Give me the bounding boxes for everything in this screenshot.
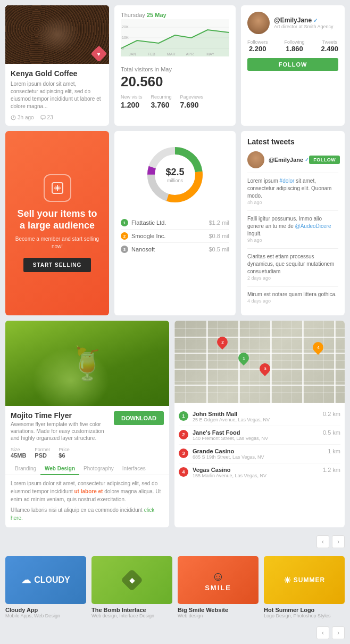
tweet-verified-icon: ✓ bbox=[305, 157, 309, 162]
donut-card: $2.5 millions 1 Flattastic Ltd. $1.2 mil bbox=[114, 131, 236, 315]
svg-line-2 bbox=[13, 118, 14, 118]
dot-3: 3 bbox=[121, 246, 128, 253]
portfolio-item-smile: ☺ SMILE Big Smile Website Web design bbox=[178, 556, 259, 618]
flyer-image: 🍹 bbox=[5, 321, 169, 406]
chart-date-label: Thursday bbox=[121, 12, 145, 18]
sell-icon bbox=[44, 174, 71, 202]
start-selling-button[interactable]: START SELLING bbox=[23, 258, 91, 272]
thumb-smile: ☺ SMILE bbox=[178, 556, 259, 604]
thumb-cloudy: ☁ CLOUDY bbox=[5, 556, 86, 604]
flyer-card: 🍹 Mojito Time Flyer Awesome flyer templa… bbox=[5, 321, 169, 527]
coffee-title: Kenya Gold Coffee bbox=[11, 69, 104, 78]
thumb-bomb: ◆ bbox=[91, 556, 172, 604]
line-chart: 20K 10K 0 JAN FEB MAR APR MAY bbox=[121, 19, 229, 56]
svg-text:APR: APR bbox=[186, 52, 194, 56]
tweet-1: Lorem ipsum #dolor sit amet, consectetur… bbox=[247, 177, 338, 205]
tweet-2: Falli igitur possumus. Immo alio genere … bbox=[247, 215, 338, 243]
flyer-price: Price $6 bbox=[59, 447, 70, 459]
portfolio-cat-summer: Logo Design, Photoshop Styles bbox=[264, 613, 345, 618]
list-item: 3 Grande Casino 685 S 19th Street, Las V… bbox=[179, 445, 340, 463]
list-item: 2 Jane's Fast Food 140 Fremont Street, L… bbox=[179, 426, 340, 445]
flyer-description: Awesome flyer template with five color v… bbox=[11, 421, 114, 442]
svg-text:10K: 10K bbox=[122, 36, 129, 39]
portfolio-title-smile: Big Smile Website bbox=[178, 607, 259, 613]
dot-1: 1 bbox=[121, 219, 128, 226]
cloud-icon: ☁ bbox=[21, 574, 31, 586]
sell-subtext: Become a member and start selling now! bbox=[13, 235, 101, 250]
sun-icon: ☀ bbox=[284, 575, 291, 585]
followers-stat: Followers 2.200 bbox=[247, 39, 268, 53]
diamond-icon: ◆ bbox=[121, 569, 143, 591]
svg-text:MAR: MAR bbox=[167, 52, 176, 56]
portfolio-title-bomb: The Bomb Interface bbox=[91, 607, 172, 613]
tab-branding[interactable]: Branding bbox=[11, 463, 40, 475]
tweet-avatar bbox=[247, 151, 264, 168]
thumb-summer: ☀ SUMMER bbox=[264, 556, 345, 604]
location-num-2: 2 bbox=[179, 430, 188, 439]
follow-button[interactable]: FOLLOW bbox=[247, 58, 338, 71]
coffee-image bbox=[5, 5, 109, 64]
donut-chart: $2.5 millions bbox=[143, 143, 207, 207]
flyer-title: Mojito Time Flyer bbox=[11, 411, 114, 420]
next-arrow-2[interactable]: › bbox=[332, 626, 345, 639]
hashtag: #dolor bbox=[280, 178, 295, 184]
total-visitors-value: 20.560 bbox=[121, 74, 229, 90]
location-num-1: 1 bbox=[179, 411, 188, 421]
profile-stats: Followers 2.200 Following 1.860 Tweets 2… bbox=[247, 39, 338, 53]
tweet-time-2: 9h ago bbox=[247, 238, 338, 243]
donut-amount: $2.5 bbox=[165, 167, 184, 178]
svg-text:MAY: MAY bbox=[206, 52, 214, 56]
portfolio-item-summer: ☀ SUMMER Hot Summer Logo Logo Design, Ph… bbox=[264, 556, 345, 618]
tab-interfaces[interactable]: Interfaces bbox=[118, 463, 150, 475]
download-button[interactable]: DOWNLOAD bbox=[114, 411, 164, 425]
location-list: 1 John Smith Mall 25 E Odgen Avenue, Las… bbox=[174, 403, 345, 486]
highlight-text: ut labore et bbox=[74, 488, 103, 494]
link-text[interactable]: click here. bbox=[11, 507, 154, 521]
sell-card: Sell your items to a large audience Beco… bbox=[5, 131, 109, 315]
prev-arrow[interactable]: ‹ bbox=[316, 535, 329, 548]
stat-new-visits: New visits 1.200 bbox=[121, 94, 143, 109]
tabs-row: Branding Web Design Photography Interfac… bbox=[5, 463, 169, 475]
tab-photography[interactable]: Photography bbox=[79, 463, 118, 475]
summer-text: SUMMER bbox=[294, 576, 325, 584]
list-item: 4 Vegas Casino 155 Marlin Avenue, Las Ve… bbox=[179, 463, 340, 482]
location-num-3: 3 bbox=[179, 449, 188, 458]
chart-date-day: 25 May bbox=[147, 12, 166, 18]
profile-card: @EmilyJane ✓ Art director at Smith Agenc… bbox=[241, 5, 345, 126]
donut-unit: millions bbox=[165, 178, 184, 183]
map-card: 1 2 3 4 1 John Smith Mall 25 E Odgen Ave… bbox=[174, 321, 345, 527]
coffee-time: 3h ago bbox=[11, 115, 34, 120]
sell-headline: Sell your items to a large audience bbox=[13, 208, 101, 231]
divider bbox=[247, 210, 338, 211]
portfolio-item-bomb: ◆ The Bomb Interface Web design, Interfa… bbox=[91, 556, 172, 618]
next-arrow[interactable]: › bbox=[332, 535, 345, 548]
divider bbox=[247, 286, 338, 287]
stats-row: New visits 1.200 Recurring 3.760 Pagevie… bbox=[121, 94, 229, 109]
svg-text:FEB: FEB bbox=[148, 52, 155, 56]
profile-name: @EmilyJane bbox=[274, 17, 312, 24]
prev-arrow-2[interactable]: ‹ bbox=[316, 626, 329, 639]
map-area: 1 2 3 4 bbox=[174, 321, 345, 403]
total-visitors-label: Total visitors in May bbox=[121, 66, 229, 72]
portfolio-title-summer: Hot Summer Logo bbox=[264, 607, 345, 613]
portfolio-cat-cloudy: Mobile Apps, Web Design bbox=[5, 613, 86, 618]
svg-rect-3 bbox=[41, 116, 45, 119]
following-stat: Following 1.860 bbox=[284, 39, 304, 53]
portfolio-row-1: ☁ CLOUDY Cloudy App Mobile Apps, Web Des… bbox=[5, 556, 345, 618]
tab-content: Lorem ipsum dolor sit amet, consectetur … bbox=[5, 479, 169, 527]
cloudy-text: CLOUDY bbox=[34, 575, 70, 585]
stat-recurring: Recurring 3.760 bbox=[151, 94, 172, 109]
tweet-follow-button[interactable]: FOLLOW bbox=[309, 156, 340, 164]
tab-web-design[interactable]: Web Design bbox=[40, 463, 79, 475]
svg-text:20K: 20K bbox=[122, 25, 129, 29]
tweets-stat: Tweets 2.490 bbox=[321, 39, 338, 53]
portfolio-cat-smile: Web design bbox=[178, 613, 259, 618]
flyer-size: Size 45MB bbox=[11, 447, 26, 459]
smiley-icon: ☺ bbox=[212, 569, 225, 584]
svg-text:0: 0 bbox=[122, 46, 124, 50]
donut-items: 1 Flattastic Ltd. $1.2 mil 2 Smoogle Inc… bbox=[121, 216, 229, 256]
clock-icon bbox=[11, 115, 16, 120]
list-item: 3 Nanosoft $0.5 mil bbox=[121, 243, 229, 256]
list-item: 2 Smoogle Inc. $0.8 mil bbox=[121, 230, 229, 243]
avatar bbox=[247, 12, 270, 34]
